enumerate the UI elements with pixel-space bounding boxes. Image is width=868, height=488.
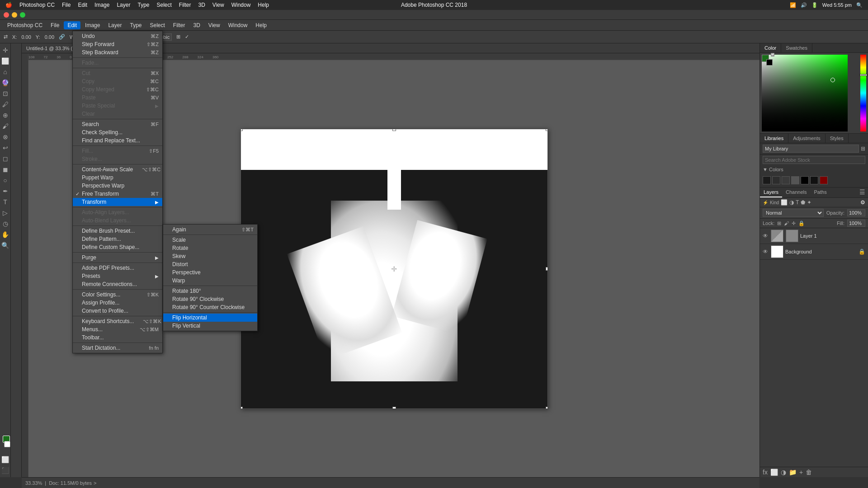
tab-swatches[interactable]: Swatches xyxy=(781,43,812,52)
shape-tool[interactable]: ◷ xyxy=(0,219,10,229)
lock-transparent[interactable]: ⊞ xyxy=(777,221,781,226)
transform-flip-horizontal[interactable]: Flip Horizontal xyxy=(163,314,257,322)
menu-auto-align[interactable]: Auto-Align Layers... xyxy=(73,208,162,216)
tab-libraries[interactable]: Libraries xyxy=(760,134,788,143)
transform-warp[interactable]: Warp xyxy=(163,277,257,285)
mac-view-menu[interactable]: View xyxy=(212,2,224,8)
layer-fx-btn[interactable]: fx xyxy=(763,469,768,476)
eyedropper-tool[interactable]: 🖋 xyxy=(0,99,10,109)
mac-type-menu[interactable]: Type xyxy=(137,2,149,8)
mac-3d-menu[interactable]: 3D xyxy=(198,2,205,8)
menu-transform[interactable]: Transform ▶ xyxy=(73,198,162,206)
transform-handle-bm[interactable] xyxy=(392,407,396,408)
pen-tool[interactable]: ✒ xyxy=(0,186,10,196)
menu-paste[interactable]: Paste ⌘V xyxy=(73,94,162,102)
zoom-tool[interactable]: 🔍 xyxy=(0,240,10,250)
color-swatch-7[interactable] xyxy=(820,176,828,184)
transform-handle-tl[interactable] xyxy=(241,129,243,131)
lock-image[interactable]: 🖌 xyxy=(784,221,789,226)
background-color[interactable] xyxy=(4,441,10,447)
layers-panel-options[interactable]: ☰ xyxy=(857,188,868,197)
mac-select-menu[interactable]: Select xyxy=(156,2,171,8)
maximize-button[interactable] xyxy=(20,12,25,18)
layer-1-visibility[interactable]: 👁 xyxy=(763,233,768,239)
tab-paths[interactable]: Paths xyxy=(811,188,830,197)
menu-clear[interactable]: Clear xyxy=(73,110,162,118)
transform-skew[interactable]: Skew xyxy=(163,252,257,260)
transform-perspective[interactable]: Perspective xyxy=(163,268,257,277)
menu-type[interactable]: Type xyxy=(126,21,145,29)
tab-adjustments[interactable]: Adjustments xyxy=(788,134,826,143)
shape-filter[interactable]: ⬟ xyxy=(801,199,805,206)
menu-view[interactable]: View xyxy=(205,21,224,29)
color-swatch-3[interactable] xyxy=(782,176,790,184)
mac-file-menu[interactable]: File xyxy=(62,2,71,8)
transform-scale[interactable]: Scale xyxy=(163,236,257,244)
menu-check-spelling[interactable]: Check Spelling... xyxy=(73,128,162,136)
menu-fade[interactable]: Fade... xyxy=(73,59,162,67)
layer-item-1[interactable]: 👁 Layer 1 xyxy=(760,228,868,244)
color-swatch-6[interactable] xyxy=(810,176,818,184)
lock-all[interactable]: 🔒 xyxy=(798,221,805,226)
close-button[interactable] xyxy=(4,12,9,18)
mac-filter-menu[interactable]: Filter xyxy=(179,2,191,8)
history-brush-tool[interactable]: ↩ xyxy=(0,143,10,153)
menu-define-brush[interactable]: Define Brush Preset... xyxy=(73,227,162,235)
menu-window[interactable]: Window xyxy=(225,21,251,29)
swap-arrows[interactable]: ⇄ xyxy=(771,53,774,56)
tab-styles[interactable]: Styles xyxy=(826,134,849,143)
menu-toolbar[interactable]: Toolbar... xyxy=(73,333,162,342)
menu-help[interactable]: Help xyxy=(252,21,270,29)
layers-options-icon[interactable]: ☰ xyxy=(859,188,865,196)
menu-start-dictation[interactable]: Start Dictation... fn fn xyxy=(73,344,162,352)
menu-pdf-presets[interactable]: Adobe PDF Presets... xyxy=(73,264,162,272)
lock-position[interactable]: ✛ xyxy=(792,221,796,226)
color-hue-slider[interactable] xyxy=(860,55,866,131)
brush-tool[interactable]: 🖌 xyxy=(0,121,10,131)
filter-toggle[interactable]: ⚙ xyxy=(860,199,865,206)
menu-convert-profile[interactable]: Convert to Profile... xyxy=(73,307,162,315)
menu-paste-special[interactable]: Paste Special ▶ xyxy=(73,102,162,110)
menu-assign-profile[interactable]: Assign Profile... xyxy=(73,299,162,307)
transform-rotate-90ccw[interactable]: Rotate 90° Counter Clockwise xyxy=(163,303,257,311)
color-swatch-5[interactable] xyxy=(801,176,809,184)
menu-perspective-warp[interactable]: Perspective Warp xyxy=(73,182,162,190)
transform-flip-vertical[interactable]: Flip Vertical xyxy=(163,322,257,330)
quick-select-tool[interactable]: 🔮 xyxy=(0,78,10,88)
mac-image-menu[interactable]: Image xyxy=(94,2,109,8)
menu-3d[interactable]: 3D xyxy=(190,21,204,29)
transform-handle-bl[interactable] xyxy=(241,407,243,408)
dodge-tool[interactable]: ○ xyxy=(0,175,10,185)
move-tool[interactable]: ✛ xyxy=(0,45,10,55)
menu-copy[interactable]: Copy ⌘C xyxy=(73,77,162,85)
library-grid-icon[interactable]: ⊞ xyxy=(861,145,865,152)
menu-define-shape[interactable]: Define Custom Shape... xyxy=(73,243,162,251)
layer-new-btn[interactable]: + xyxy=(799,469,803,476)
menu-stroke[interactable]: Stroke... xyxy=(73,155,162,163)
layer-item-background[interactable]: 👁 Background 🔒 xyxy=(760,244,868,260)
library-name[interactable]: My Library xyxy=(763,145,859,153)
kind-filter-icon[interactable]: Kind xyxy=(770,200,779,205)
menu-undo[interactable]: Undo ⌘Z xyxy=(73,32,162,40)
layer-adj-btn[interactable]: ◑ xyxy=(781,469,786,476)
apple-menu[interactable]: 🍎 xyxy=(5,2,12,8)
transform-handle-tm[interactable] xyxy=(392,129,396,131)
layer-delete-btn[interactable]: 🗑 xyxy=(806,469,812,476)
menu-keyboard-shortcuts[interactable]: Keyboard Shortcuts... ⌥⇧⌘K xyxy=(73,317,162,325)
menu-color-settings[interactable]: Color Settings... ⇧⌘K xyxy=(73,291,162,299)
fill-input[interactable] xyxy=(847,220,865,227)
menu-filter[interactable]: Filter xyxy=(170,21,189,29)
mac-edit-menu[interactable]: Edit xyxy=(78,2,87,8)
quick-mask-toggle[interactable]: ⬜ xyxy=(0,455,10,465)
adobe-stock-search[interactable] xyxy=(763,156,865,164)
marquee-tool[interactable]: ⬜ xyxy=(0,56,10,66)
menu-remote-connections[interactable]: Remote Connections... xyxy=(73,280,162,288)
colors-triangle[interactable]: ▼ xyxy=(763,167,769,172)
color-swatch-4[interactable] xyxy=(791,176,799,184)
menu-purge[interactable]: Purge ▶ xyxy=(73,253,162,262)
menu-file[interactable]: File xyxy=(47,21,63,29)
eraser-tool[interactable]: ◻ xyxy=(0,154,10,164)
menu-presets[interactable]: Presets ▶ xyxy=(73,272,162,280)
menu-fill[interactable]: Fill... ⇧F5 xyxy=(73,147,162,155)
menu-select[interactable]: Select xyxy=(146,21,168,29)
